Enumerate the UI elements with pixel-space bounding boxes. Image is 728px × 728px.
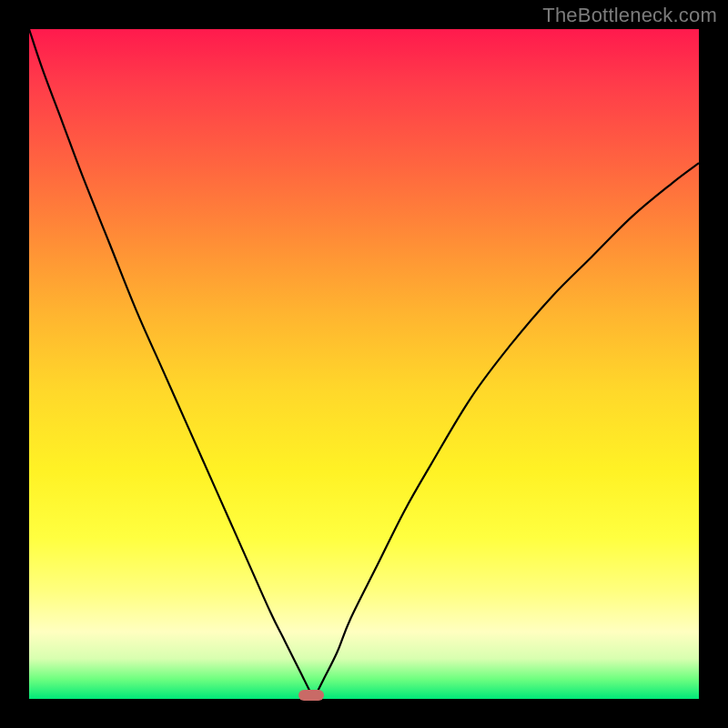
curve-right-branch — [314, 163, 699, 699]
curve-left-branch — [29, 29, 314, 699]
minimum-marker — [298, 690, 324, 701]
plot-area — [29, 29, 699, 699]
bottleneck-curve — [29, 29, 699, 699]
watermark-text: TheBottleneck.com — [542, 4, 717, 27]
chart-frame: TheBottleneck.com — [0, 0, 728, 728]
